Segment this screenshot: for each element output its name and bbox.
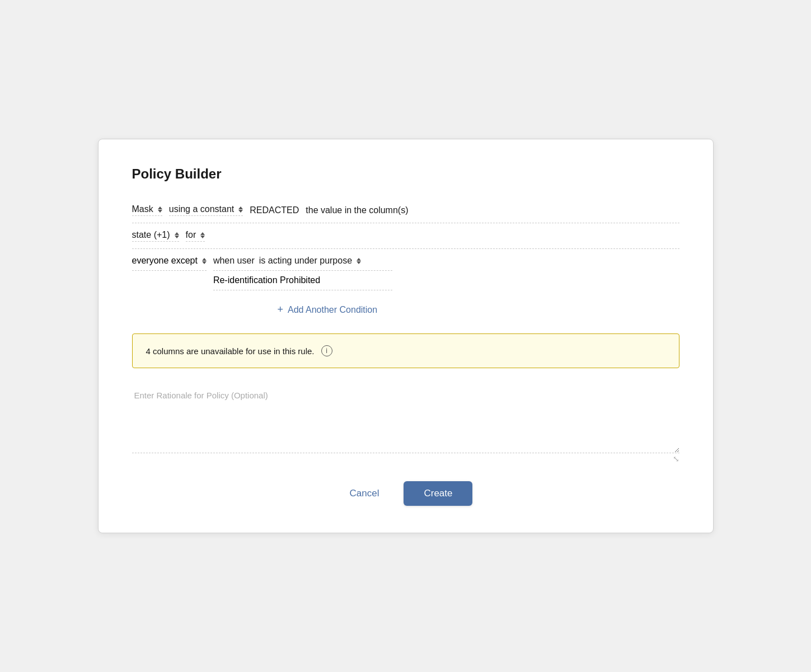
policy-builder-section: Mask using a constant REDACTED the value… <box>132 204 679 316</box>
purpose-value-row: Re-identification Prohibited <box>213 271 392 290</box>
resize-handle: ⤡ <box>132 454 679 463</box>
method-spinner[interactable] <box>238 206 243 213</box>
warning-box: 4 columns are unavailable for use in thi… <box>132 333 679 368</box>
condition-dropdown[interactable]: is acting under purpose <box>259 256 361 266</box>
for-label: for <box>186 230 196 240</box>
everyone-label: everyone except <box>132 256 198 266</box>
condition-label: is acting under purpose <box>259 256 352 266</box>
cancel-button[interactable]: Cancel <box>339 482 391 505</box>
add-condition-button[interactable]: + Add Another Condition <box>278 304 378 316</box>
policy-row-2: state (+1) for <box>132 223 679 249</box>
purpose-block: when user is acting under purpose Re-ide… <box>213 256 392 290</box>
action-label: Mask <box>132 204 153 214</box>
for-dropdown[interactable]: for <box>186 230 205 242</box>
column-text: the value in the column(s) <box>306 205 408 215</box>
constant-value: REDACTED <box>250 205 299 215</box>
warning-message: 4 columns are unavailable for use in thi… <box>146 346 315 356</box>
policy-builder-dialog: Policy Builder Mask using a constant <box>98 139 714 533</box>
state-label: state (+1) <box>132 230 170 240</box>
for-spinner[interactable] <box>200 232 205 238</box>
policy-row-1: Mask using a constant REDACTED the value… <box>132 204 679 223</box>
policy-row-3: everyone except when user is acting unde… <box>132 249 679 290</box>
add-condition-section: + Add Another Condition <box>132 304 679 316</box>
action-dropdown[interactable]: Mask <box>132 204 162 216</box>
action-buttons: Cancel Create <box>132 481 679 506</box>
purpose-value: Re-identification Prohibited <box>213 275 320 285</box>
condition-spinner[interactable] <box>357 258 361 264</box>
everyone-spinner[interactable] <box>202 258 207 264</box>
add-condition-label: Add Another Condition <box>288 305 377 315</box>
policy-rows: Mask using a constant REDACTED the value… <box>132 204 679 290</box>
rationale-textarea[interactable] <box>132 386 679 453</box>
dialog-title: Policy Builder <box>132 166 679 182</box>
info-icon[interactable]: i <box>321 345 332 356</box>
method-label: using a constant <box>169 204 235 214</box>
method-dropdown[interactable]: using a constant <box>169 204 243 216</box>
when-user-text: when user <box>213 256 255 266</box>
everyone-dropdown[interactable]: everyone except <box>132 256 207 271</box>
add-icon: + <box>278 304 284 316</box>
state-spinner[interactable] <box>175 232 179 238</box>
state-dropdown[interactable]: state (+1) <box>132 230 179 242</box>
action-spinner[interactable] <box>158 206 162 213</box>
create-button[interactable]: Create <box>404 481 472 506</box>
purpose-top-row: when user is acting under purpose <box>213 256 392 271</box>
rationale-section: ⤡ <box>132 386 679 463</box>
